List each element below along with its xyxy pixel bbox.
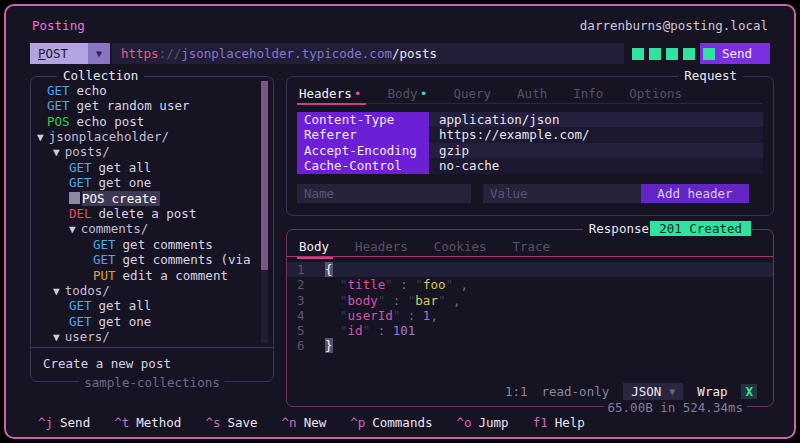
main-area: Collection GETechoGETget random userPOSe… (6, 66, 794, 407)
keybinding-key: ^o (456, 415, 471, 430)
modified-dot-icon: • (420, 86, 428, 101)
method-badge: DEL (69, 206, 92, 221)
add-header-button[interactable]: Add header (641, 184, 749, 203)
scrollbar-thumb[interactable] (261, 81, 268, 270)
response-body-editor[interactable]: 1{2 "title" : "foo" ,3 "body" : "bar" ,4… (287, 257, 773, 380)
request-name: create (112, 191, 157, 206)
request-tab-info[interactable]: Info (573, 83, 603, 103)
method-badge: PUT (93, 268, 116, 283)
keybinding-jump[interactable]: ^oJump (456, 415, 508, 430)
tree-expanded-icon[interactable]: ▼ (53, 331, 60, 344)
method-badge: GET (47, 83, 70, 98)
collection-item[interactable]: GETget comments (via (31, 252, 273, 267)
collection-item[interactable]: GETecho (31, 83, 273, 98)
collection-folder[interactable]: ▼users/ (31, 329, 273, 344)
send-button-label: Send (722, 46, 752, 61)
trace-block-icon (632, 48, 644, 60)
dropdown-arrow-icon[interactable]: ▼ (88, 43, 110, 64)
method-badge: GET (93, 252, 116, 267)
collection-folder[interactable]: ▼jsonplaceholder/ (31, 129, 273, 144)
keybinding-label: New (304, 415, 327, 430)
tree-expanded-icon[interactable]: ▼ (37, 131, 44, 144)
collection-item[interactable]: POScreate (31, 191, 273, 206)
request-name: get comments (via (123, 252, 251, 267)
add-header-row: Add header (297, 184, 763, 203)
request-name: echo (77, 83, 107, 98)
collection-panel: Collection GETechoGETget random userPOSe… (30, 76, 274, 382)
line-number: 5 (287, 323, 317, 338)
collection-tree[interactable]: GETechoGETget random userPOSecho post▼js… (31, 77, 273, 347)
request-name: get all (99, 160, 152, 175)
url-path: /posts (392, 46, 437, 61)
trace-block-icon (703, 48, 715, 60)
request-name: get random user (77, 98, 190, 113)
right-column: Request Headers•Body•QueryAuthInfoOption… (286, 76, 774, 407)
collection-folder[interactable]: ▼posts/ (31, 145, 273, 160)
method-select[interactable]: POST ▼ (30, 43, 110, 64)
folder-name: jsonplaceholder/ (49, 129, 169, 144)
keybinding-label: Help (555, 415, 585, 430)
request-tab-body[interactable]: Body• (388, 83, 428, 103)
folder-name: users/ (65, 329, 110, 344)
header-value-cell: https://example.com/ (429, 127, 590, 142)
collection-item[interactable]: POSecho post (31, 114, 273, 129)
request-name: edit a comment (123, 268, 228, 283)
tree-expanded-icon[interactable]: ▼ (53, 285, 60, 298)
method-badge: GET (47, 98, 70, 113)
code-line: 6} (287, 338, 773, 353)
request-name: get one (99, 175, 152, 190)
method-badge: GET (69, 314, 92, 329)
request-tab-query[interactable]: Query (453, 83, 491, 103)
trace-block-icon (649, 48, 661, 60)
header-name-input[interactable] (297, 184, 471, 203)
wrap-checkbox[interactable]: X (741, 384, 757, 399)
request-tab-headers[interactable]: Headers• (299, 83, 362, 103)
response-panel-title: Response (583, 221, 655, 236)
collection-folder[interactable]: ▼todos/ (31, 283, 273, 298)
keybinding-commands[interactable]: ^pCommands (350, 415, 432, 430)
header-value-input[interactable] (483, 184, 641, 203)
selection-cursor-icon (69, 192, 80, 204)
keybinding-method[interactable]: ^tMethod (114, 415, 181, 430)
format-select[interactable]: JSON ▼ (623, 383, 683, 400)
header-row[interactable]: Accept-Encodinggzip (297, 143, 763, 158)
send-button[interactable]: Send (700, 43, 770, 64)
request-name: get one (99, 314, 152, 329)
collection-item[interactable]: GETget comments (31, 237, 273, 252)
url-input[interactable]: https://jsonplaceholder.typicode.com/pos… (112, 43, 624, 64)
response-tab-headers[interactable]: Headers (355, 236, 408, 257)
code-line: 4 "userId" : 1, (287, 308, 773, 323)
tree-expanded-icon[interactable]: ▼ (53, 146, 60, 159)
collection-item[interactable]: GETget all (31, 298, 273, 313)
keybinding-new[interactable]: ^nNew (282, 415, 327, 430)
collection-item[interactable]: PUTedit a comment (31, 268, 273, 283)
cursor-position: 1:1 (505, 384, 528, 399)
collection-folder[interactable]: ▼comments/ (31, 222, 273, 237)
request-tab-options[interactable]: Options (629, 83, 682, 103)
header-row[interactable]: Content-Typeapplication/json (297, 112, 763, 127)
collection-item[interactable]: GETget random user (31, 98, 273, 113)
response-tab-body[interactable]: Body (299, 236, 329, 257)
folder-name: posts/ (65, 144, 110, 159)
request-name: get comments (123, 237, 213, 252)
tree-expanded-icon[interactable]: ▼ (69, 223, 76, 236)
collection-scrollbar[interactable] (261, 81, 268, 343)
header-row[interactable]: Refererhttps://example.com/ (297, 127, 763, 142)
collection-item[interactable]: GETget one (31, 314, 273, 329)
header-row[interactable]: Cache-Controlno-cache (297, 158, 763, 173)
collection-item[interactable]: GETget one (31, 175, 273, 190)
response-tab-trace[interactable]: Trace (512, 236, 550, 257)
format-value: JSON (631, 384, 661, 399)
wrap-label: Wrap (697, 384, 727, 399)
keybinding-help[interactable]: f1Help (533, 415, 585, 430)
collection-item[interactable]: GETget all (31, 160, 273, 175)
response-tab-cookies[interactable]: Cookies (434, 236, 487, 257)
request-tab-auth[interactable]: Auth (517, 83, 547, 103)
collection-item[interactable]: DELdelete a post (31, 206, 273, 221)
url-scheme: https (121, 46, 159, 61)
modified-dot-icon: • (354, 86, 362, 101)
line-number: 1 (287, 262, 317, 277)
method-badge: POS (47, 114, 70, 129)
keybinding-send[interactable]: ^jSend (38, 415, 90, 430)
keybinding-save[interactable]: ^sSave (205, 415, 257, 430)
